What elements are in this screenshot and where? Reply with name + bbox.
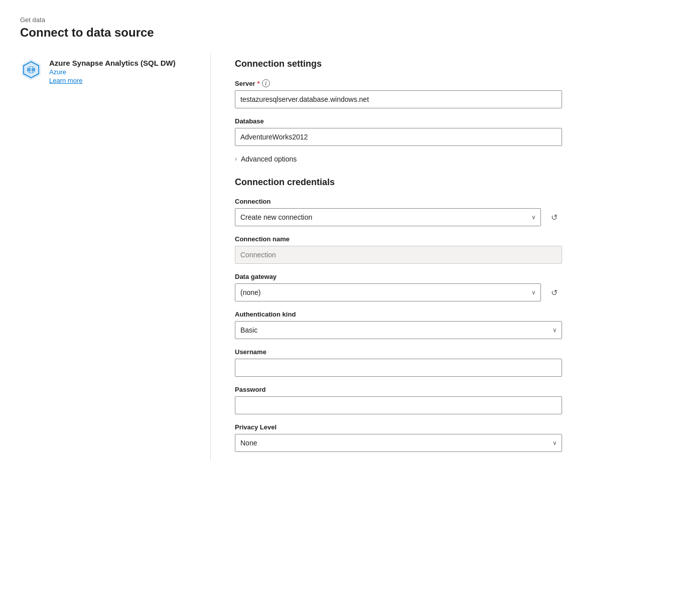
connection-label: Connection — [235, 198, 562, 205]
advanced-options-label: Advanced options — [241, 155, 297, 163]
connection-name-field-group: Connection name — [235, 235, 562, 264]
auth-kind-dropdown[interactable]: Basic — [235, 321, 562, 339]
password-label: Password — [235, 386, 562, 393]
page-title: Connect to data source — [20, 26, 666, 40]
connection-field-group: Connection Create new connection ∨ ↺ — [235, 198, 562, 226]
privacy-level-field-group: Privacy Level None ∨ — [235, 423, 562, 452]
chevron-right-icon: › — [235, 156, 237, 163]
get-data-label: Get data — [20, 16, 666, 24]
connector-category: Azure — [49, 68, 176, 76]
database-field-group: Database — [235, 117, 562, 146]
advanced-options-toggle[interactable]: › Advanced options — [235, 155, 562, 163]
info-icon[interactable]: i — [262, 79, 270, 87]
server-input[interactable] — [235, 90, 562, 108]
required-star: * — [257, 80, 259, 87]
data-gateway-refresh-button[interactable]: ↺ — [546, 284, 562, 300]
learn-more-link[interactable]: Learn more — [49, 77, 176, 84]
page-header: Get data Connect to data source — [20, 16, 666, 40]
auth-kind-label: Authentication kind — [235, 311, 562, 318]
connection-dropdown[interactable]: Create new connection — [235, 208, 541, 226]
password-input[interactable] — [235, 396, 562, 414]
data-gateway-dropdown[interactable]: (none) — [235, 283, 541, 301]
database-input[interactable] — [235, 128, 562, 146]
privacy-level-dropdown[interactable]: None — [235, 434, 562, 452]
auth-kind-field-group: Authentication kind Basic ∨ — [235, 311, 562, 339]
username-label: Username — [235, 348, 562, 356]
refresh-icon: ↺ — [551, 213, 558, 222]
connection-settings-section: Connection settings Server * i Database … — [235, 59, 562, 163]
privacy-level-label: Privacy Level — [235, 423, 562, 431]
connection-settings-title: Connection settings — [235, 59, 562, 69]
password-field-group: Password — [235, 386, 562, 414]
connection-refresh-button[interactable]: ↺ — [546, 209, 562, 225]
connection-credentials-title: Connection credentials — [235, 177, 562, 188]
username-field-group: Username — [235, 348, 562, 377]
server-label: Server * i — [235, 79, 562, 87]
refresh-icon-gateway: ↺ — [551, 288, 558, 297]
database-label: Database — [235, 117, 562, 125]
connector-icon — [20, 59, 42, 81]
connection-credentials-section: Connection credentials Connection Create… — [235, 177, 562, 452]
connection-name-label: Connection name — [235, 235, 562, 243]
connection-name-input[interactable] — [235, 246, 562, 264]
server-field-group: Server * i — [235, 79, 562, 108]
data-gateway-field-group: Data gateway (none) ∨ ↺ — [235, 273, 562, 301]
data-gateway-label: Data gateway — [235, 273, 562, 280]
username-input[interactable] — [235, 359, 562, 377]
connector-name: Azure Synapse Analytics (SQL DW) — [49, 59, 176, 67]
